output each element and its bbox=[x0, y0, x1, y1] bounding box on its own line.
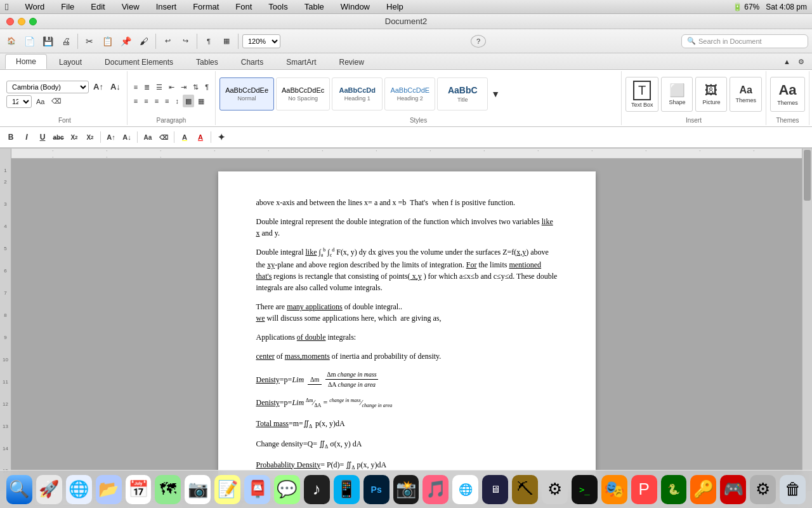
indent-decrease[interactable]: ⇤ bbox=[166, 81, 177, 93]
dock-photos2[interactable]: 📸 bbox=[393, 475, 419, 504]
document-page[interactable]: above x-axis and between the lines x= a … bbox=[218, 171, 596, 490]
underline-btn[interactable]: U bbox=[36, 130, 49, 144]
menu-insert[interactable]: Insert bbox=[154, 2, 180, 11]
themes-main-btn[interactable]: Aa Themes bbox=[770, 77, 805, 112]
styles-icon-btn[interactable]: ✦ bbox=[214, 130, 228, 144]
highlight-color-btn[interactable]: A bbox=[178, 130, 192, 144]
style-no-spacing[interactable]: AaBbCcDdEc No Spacing bbox=[276, 77, 330, 110]
insert-picture-btn[interactable]: 🖼 Picture bbox=[695, 77, 727, 112]
dock-photos[interactable]: 📷 bbox=[185, 475, 211, 504]
grow-font-btn[interactable]: A↑ bbox=[104, 130, 118, 144]
maximize-button[interactable] bbox=[29, 18, 37, 25]
right-scrollbar[interactable] bbox=[802, 149, 812, 490]
dock-launchpad[interactable]: 🚀 bbox=[36, 475, 62, 504]
menu-edit[interactable]: Edit bbox=[88, 2, 107, 11]
copy-btn[interactable]: 📋 bbox=[100, 32, 115, 50]
shading-btn[interactable]: ▩ bbox=[183, 95, 194, 107]
tab-charts[interactable]: Charts bbox=[230, 55, 274, 69]
style-heading2[interactable]: AaBbCcDdE Heading 2 bbox=[384, 77, 435, 110]
dock-screen[interactable]: 🖥 bbox=[482, 475, 508, 504]
dock-mail[interactable]: 📮 bbox=[244, 475, 270, 504]
help-btn[interactable]: ? bbox=[471, 35, 486, 48]
dock-app2[interactable]: 🐍 bbox=[661, 475, 687, 504]
ribbon-customize[interactable]: ⚙ bbox=[796, 55, 807, 68]
dock-minecraft[interactable]: ⛏ bbox=[512, 475, 538, 504]
font-shrink[interactable]: A↓ bbox=[108, 81, 123, 93]
minimize-button[interactable] bbox=[18, 18, 25, 25]
show-marks-btn[interactable]: ¶ bbox=[202, 81, 211, 93]
insert-shape-btn[interactable]: ⬜ Shape bbox=[661, 77, 693, 112]
search-document-box[interactable]: 🔍 Search in Document bbox=[681, 34, 808, 48]
strikethrough-btn[interactable]: abc bbox=[51, 130, 65, 144]
styles-more-btn[interactable]: ▼ bbox=[490, 78, 501, 110]
save-btn[interactable]: 💾 bbox=[40, 32, 56, 50]
superscript-btn[interactable]: X2 bbox=[83, 130, 97, 144]
dock-chrome[interactable]: 🌐 bbox=[452, 475, 478, 504]
font-grow[interactable]: A↑ bbox=[91, 81, 106, 93]
font-size-select[interactable]: 12 bbox=[6, 95, 32, 108]
sort-btn[interactable]: ⇅ bbox=[190, 81, 201, 93]
dock-app1[interactable]: P bbox=[631, 475, 657, 504]
tab-home[interactable]: Home bbox=[5, 54, 47, 69]
dock-iterm[interactable]: >_ bbox=[572, 475, 598, 504]
list-unordered[interactable]: ≡ bbox=[131, 81, 140, 93]
dock-photoshop[interactable]: Ps bbox=[363, 475, 390, 504]
shrink-font-btn[interactable]: A↓ bbox=[120, 130, 134, 144]
dock-safari[interactable]: 🌐 bbox=[66, 475, 92, 504]
font-color-btn[interactable]: A bbox=[193, 130, 207, 144]
new-doc-btn[interactable]: 📄 bbox=[22, 32, 37, 50]
dock-notes[interactable]: 📝 bbox=[214, 475, 240, 504]
font-case-btn[interactable]: Aa bbox=[34, 95, 47, 108]
subscript-btn[interactable]: X2 bbox=[67, 130, 81, 144]
menu-format[interactable]: Format bbox=[190, 2, 221, 11]
dock-messages[interactable]: 💬 bbox=[274, 475, 300, 504]
cut-btn[interactable]: ✂ bbox=[82, 32, 97, 50]
menu-file[interactable]: File bbox=[58, 2, 77, 11]
dock-itunes[interactable]: 🎵 bbox=[422, 475, 449, 504]
apple-menu[interactable]:  bbox=[5, 1, 8, 12]
menu-help[interactable]: Help bbox=[384, 2, 406, 11]
home-icon[interactable]: 🏠 bbox=[4, 32, 19, 50]
dock-trash[interactable]: 🗑 bbox=[780, 475, 806, 504]
menu-word[interactable]: Word bbox=[22, 2, 47, 11]
list-ordered[interactable]: ≣ bbox=[141, 81, 152, 93]
dock-maps[interactable]: 🗺 bbox=[155, 475, 181, 504]
style-normal[interactable]: AaBbCcDdEe Normal bbox=[219, 77, 274, 110]
clear-formatting-btn[interactable]: ⌫ bbox=[157, 130, 171, 144]
menu-view[interactable]: View bbox=[119, 2, 142, 11]
border-btn[interactable]: ▦ bbox=[195, 95, 207, 107]
paste-btn[interactable]: 📌 bbox=[118, 32, 134, 50]
doc-scroll-area[interactable]: above x-axis and between the lines x= a … bbox=[11, 159, 802, 490]
zoom-select[interactable]: 120% 100% 80% bbox=[242, 34, 280, 48]
line-spacing[interactable]: ↕ bbox=[173, 95, 181, 107]
align-center[interactable]: ≡ bbox=[141, 95, 150, 107]
align-right[interactable]: ≡ bbox=[152, 95, 161, 107]
dock-settings[interactable]: ⚙ bbox=[542, 475, 568, 504]
tab-layout[interactable]: Layout bbox=[48, 55, 93, 69]
scrollbar-thumb[interactable] bbox=[804, 150, 811, 201]
dock-app4[interactable]: 🎮 bbox=[720, 475, 746, 504]
tab-review[interactable]: Review bbox=[328, 55, 374, 69]
layout-btn[interactable]: ▦ bbox=[219, 32, 234, 50]
dock-calendar[interactable]: 📅 bbox=[126, 475, 152, 504]
tab-tables[interactable]: Tables bbox=[185, 55, 229, 69]
font-family-select[interactable]: Cambria (Body) bbox=[6, 81, 89, 93]
list-multi[interactable]: ☰ bbox=[154, 81, 165, 93]
insert-themes-btn[interactable]: Aa Themes bbox=[730, 77, 762, 112]
close-button[interactable] bbox=[6, 18, 14, 25]
dock-finder[interactable]: 🔍 bbox=[6, 475, 32, 504]
ribbon-minimize[interactable]: ▲ bbox=[781, 55, 793, 68]
clear-format-btn[interactable]: ⌫ bbox=[49, 95, 64, 108]
dock-app3[interactable]: 🔑 bbox=[690, 475, 716, 504]
menu-window[interactable]: Window bbox=[338, 2, 372, 11]
indent-increase[interactable]: ⇥ bbox=[178, 81, 189, 93]
dock-files[interactable]: 📂 bbox=[96, 475, 122, 504]
style-heading1[interactable]: AaBbCcDd Heading 1 bbox=[332, 77, 383, 110]
change-case-btn[interactable]: Aa bbox=[141, 130, 155, 144]
tab-document-elements[interactable]: Document Elements bbox=[94, 55, 184, 69]
menu-font[interactable]: Font bbox=[233, 2, 254, 11]
undo-btn[interactable]: ↩ bbox=[160, 32, 175, 50]
align-justify[interactable]: ≡ bbox=[162, 95, 171, 107]
print-btn[interactable]: 🖨 bbox=[58, 32, 74, 50]
insert-textbox-btn[interactable]: T Text Box bbox=[625, 77, 659, 112]
